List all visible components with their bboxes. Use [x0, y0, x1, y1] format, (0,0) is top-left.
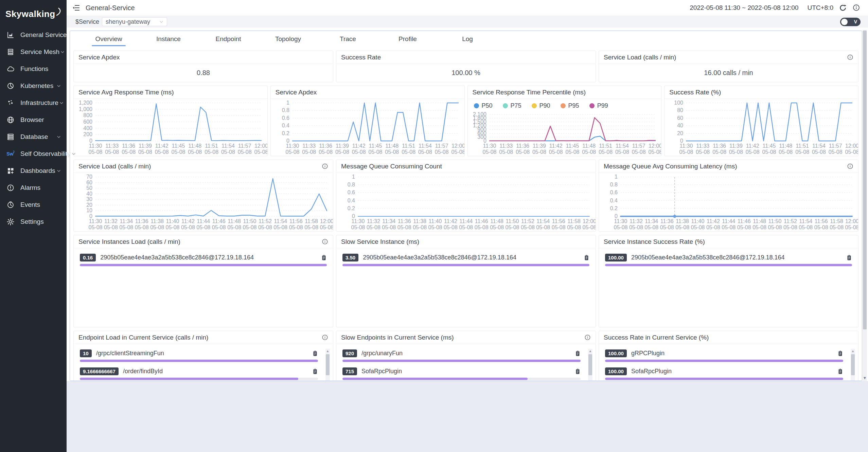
sidebar-item-label: Events — [20, 201, 62, 209]
page-scrollbar[interactable]: ▼ — [863, 30, 867, 381]
svg-text:05-08: 05-08 — [762, 149, 776, 155]
legend-item-p95[interactable]: P95 — [561, 102, 579, 109]
list-item: 3.502905b05eae4e4ae3a2a5b538ce8c2846@172… — [342, 254, 589, 266]
scroll-down-icon[interactable]: ▼ — [863, 376, 867, 380]
info-icon[interactable] — [847, 163, 853, 169]
info-icon[interactable] — [322, 334, 328, 341]
svg-text:0.6: 0.6 — [282, 115, 289, 121]
svg-text:05-08: 05-08 — [138, 149, 152, 155]
svg-text:11:57: 11:57 — [632, 143, 645, 149]
svg-text:11:54: 11:54 — [274, 218, 287, 224]
scroll-up-icon[interactable]: ▲ — [325, 349, 330, 354]
item-name[interactable]: 2905b05eae4e4ae3a2a5b538ce8c2846@172.19.… — [363, 254, 580, 261]
svg-text:11:33: 11:33 — [499, 143, 513, 149]
legend-item-p90[interactable]: P90 — [532, 102, 550, 109]
item-name[interactable]: SofaRpcPlugin — [631, 368, 834, 375]
copy-icon[interactable] — [846, 254, 852, 261]
sidebar-item-general-service[interactable]: General Service — [0, 26, 67, 43]
info-icon[interactable] — [322, 238, 328, 245]
sidebar-item-label: General Service — [20, 31, 67, 39]
copy-icon[interactable] — [837, 350, 843, 357]
info-icon[interactable] — [584, 334, 591, 341]
scrollbar-thumb[interactable] — [588, 354, 592, 375]
svg-text:11:40: 11:40 — [691, 218, 705, 224]
svg-text:05-08: 05-08 — [258, 224, 272, 230]
tab-log[interactable]: Log — [438, 31, 497, 47]
copy-icon[interactable] — [312, 350, 318, 357]
list-scrollbar[interactable]: ▲ — [325, 349, 330, 381]
scroll-up-icon[interactable]: ▲ — [588, 349, 592, 354]
sidebar-item-events[interactable]: Events — [0, 196, 67, 213]
timezone-label: UTC+8:0 — [807, 4, 833, 12]
copy-icon[interactable] — [312, 368, 318, 375]
copy-icon[interactable] — [321, 254, 327, 261]
svg-text:11:46: 11:46 — [738, 218, 751, 224]
metric-list: 920/grpc/unaryFun715SofaRpcPlugin613.333… — [336, 344, 596, 381]
copy-icon[interactable] — [837, 368, 843, 375]
svg-text:05-08: 05-08 — [459, 224, 473, 230]
svg-text:11:42: 11:42 — [155, 143, 169, 149]
copy-icon[interactable] — [575, 368, 581, 375]
sidebar-item-browser[interactable]: Browser — [0, 111, 67, 128]
scroll-up-icon[interactable]: ▲ — [851, 349, 855, 354]
scrollbar-thumb[interactable] — [851, 354, 855, 375]
item-name[interactable]: 2905b05eae4e4ae3a2a5b538ce8c2846@172.19.… — [100, 254, 318, 261]
list-scrollbar[interactable]: ▲ — [588, 349, 592, 381]
legend-item-p50[interactable]: P50 — [474, 102, 493, 109]
svg-text:60: 60 — [677, 115, 683, 121]
sidebar-item-database[interactable]: Database — [0, 128, 67, 145]
item-name[interactable]: /grpc/clientStreamingFun — [96, 350, 309, 357]
app-logo[interactable]: Skywalking — [0, 0, 67, 22]
refresh-icon[interactable] — [839, 4, 847, 12]
sidebar-item-kubernetes[interactable]: Kubernetes — [0, 77, 67, 94]
sidebar-item-service-mesh[interactable]: Service Mesh — [0, 43, 67, 60]
server-icon — [6, 133, 15, 141]
info-icon[interactable] — [322, 163, 328, 169]
sidebar-nav: General ServiceService MeshFunctionsKube… — [0, 26, 67, 230]
svg-text:05-08: 05-08 — [188, 149, 202, 155]
tab-profile[interactable]: Profile — [378, 31, 438, 47]
sidebar-item-label: Dashboards — [20, 167, 56, 175]
sidebar-collapse-icon[interactable] — [72, 4, 81, 12]
sidebar-item-dashboards[interactable]: Dashboards — [0, 162, 67, 179]
item-name[interactable]: 2905b05eae4e4ae3a2a5b538ce8c2846@172.19.… — [631, 254, 843, 261]
legend-item-p75[interactable]: P75 — [503, 102, 521, 109]
tab-endpoint[interactable]: Endpoint — [198, 31, 258, 47]
scrollbar-thumb[interactable] — [326, 354, 330, 375]
metric-bar — [342, 360, 581, 362]
item-name[interactable]: /grpc/unaryFun — [361, 350, 571, 357]
tab-trace[interactable]: Trace — [318, 31, 378, 47]
scrollbar-thumb[interactable] — [863, 31, 867, 329]
sidebar-item-settings[interactable]: Settings — [0, 213, 67, 230]
auto-refresh-toggle[interactable]: V — [840, 18, 861, 26]
copy-icon[interactable] — [584, 254, 589, 261]
sidebar-item-infrastructure[interactable]: Infrastructure — [0, 94, 67, 111]
service-select[interactable]: shenyu-gateway — [102, 17, 167, 26]
svg-text:11:36: 11:36 — [319, 143, 332, 149]
copy-icon[interactable] — [575, 350, 581, 357]
sidebar-item-functions[interactable]: Functions — [0, 60, 67, 77]
svg-text:11:36: 11:36 — [122, 143, 135, 149]
chart-canvas: 03006009001,2001,5001,8002,10011:3005-08… — [468, 110, 661, 156]
legend-item-p99[interactable]: P99 — [589, 102, 608, 109]
item-name[interactable]: SofaRpcPlugin — [361, 368, 571, 375]
info-icon[interactable] — [852, 4, 861, 12]
chart-card-success-rate: Success Rate (%) 02040608010011:3005-081… — [664, 86, 858, 156]
tab-instance[interactable]: Instance — [139, 31, 198, 47]
info-icon[interactable] — [847, 54, 853, 60]
item-name[interactable]: gRPCPlugin — [631, 350, 834, 357]
svg-text:05-08: 05-08 — [319, 149, 333, 155]
tab-overview[interactable]: Overview — [79, 31, 139, 47]
sidebar-item-label: Service Mesh — [20, 48, 59, 56]
list-scrollbar[interactable]: ▲ — [851, 349, 855, 381]
tab-topology[interactable]: Topology — [258, 31, 318, 47]
sidebar-item-alarms[interactable]: Alarms — [0, 179, 67, 196]
sidebar-item-self-observability[interactable]: SwSelf Observability — [0, 145, 67, 162]
svg-text:05-08: 05-08 — [304, 224, 318, 230]
item-name[interactable]: /order/findById — [123, 368, 309, 375]
time-range-picker[interactable]: 2022-05-08 11:30 ~ 2022-05-08 12:00 — [690, 4, 798, 12]
sidebar-item-label: Settings — [20, 218, 62, 225]
svg-text:05-08: 05-08 — [181, 224, 195, 230]
service-variable-label: $Service — [75, 18, 99, 25]
svg-text:05-08: 05-08 — [475, 224, 489, 230]
